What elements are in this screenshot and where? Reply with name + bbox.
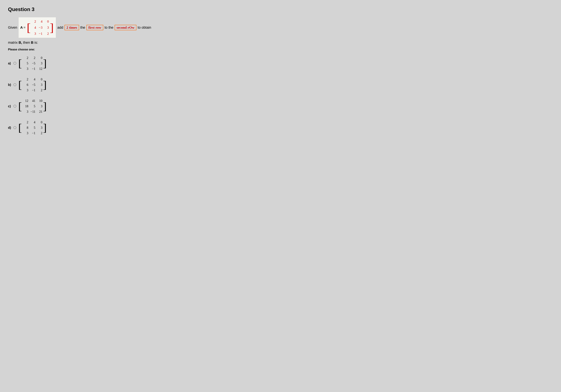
cell-1-2: 3: [44, 25, 49, 30]
answer-option-a: a)[2205−533−112]: [8, 55, 553, 71]
table-row: −5: [32, 62, 36, 65]
to-obtain-label: to obtain: [138, 25, 151, 30]
table-row: 5: [34, 104, 36, 108]
matrix-B-text: matrix B, then B is:: [8, 41, 553, 45]
matrix-A-bracket-right: ]: [50, 22, 54, 33]
table-row: 5: [34, 126, 36, 130]
table-row: 2: [34, 56, 36, 60]
page-title: Question 3: [8, 6, 553, 12]
bracket-right-3: ]: [43, 122, 47, 133]
table-row: 8: [27, 126, 29, 130]
table-row: 2: [27, 120, 29, 124]
table-row: 4: [34, 77, 36, 81]
bracket-right-2: ]: [43, 101, 47, 112]
table-row: 2: [41, 131, 43, 135]
the-label: the: [80, 25, 85, 30]
answer-matrix-3: [2408533−12]: [18, 120, 47, 136]
table-row: 0: [41, 77, 43, 81]
is-word: is:: [34, 41, 38, 44]
B-label: B,: [19, 41, 22, 44]
table-row: 3: [41, 83, 43, 87]
table-row: −5: [32, 83, 36, 87]
matrix-A: [ 2 4 0 4 −3 3 3 −1 2 ]: [27, 19, 54, 36]
table-row: 3: [27, 131, 29, 135]
table-row: 41: [32, 99, 36, 103]
table-row: 3: [27, 67, 29, 71]
matrix-A-label: A: [20, 25, 23, 30]
matrix-grid-2: 12411018533−1121: [22, 98, 43, 114]
answer-label-1: b): [8, 83, 12, 87]
table-row: 2: [27, 77, 29, 81]
add-label: add: [57, 25, 63, 30]
table-row: 2: [27, 56, 29, 60]
table-row: 0: [41, 56, 43, 60]
table-row: −1: [32, 88, 36, 92]
answer-option-c: c)[12411018533−1121]: [8, 98, 553, 114]
B-label2: B: [31, 41, 33, 44]
second-row-highlight: second rOw: [115, 25, 136, 30]
table-row: 4: [34, 120, 36, 124]
table-row: 21: [39, 110, 43, 114]
table-row: 5: [27, 62, 29, 65]
bracket-right-1: ]: [43, 79, 47, 90]
to-the-label: to the: [105, 25, 113, 30]
bracket-left-2: [: [18, 101, 22, 112]
table-row: 0: [41, 120, 43, 124]
table-row: 6: [27, 83, 29, 87]
given-label: Given: [8, 25, 17, 30]
radio-btn-2[interactable]: [13, 105, 16, 108]
matrix-grid-3: 2408533−12: [22, 120, 43, 136]
bracket-right-0: ]: [43, 58, 47, 69]
cell-2-2: 2: [44, 32, 49, 36]
bracket-left-3: [: [18, 122, 22, 133]
table-row: 3: [41, 126, 43, 130]
answer-label-2: c): [8, 104, 12, 108]
times-highlight: 2 times: [65, 25, 79, 30]
answer-label-0: a): [8, 62, 12, 65]
radio-btn-0[interactable]: [13, 62, 16, 65]
answer-matrix-2: [12411018533−1121]: [18, 98, 47, 114]
equals-sign: =: [23, 25, 25, 30]
matrix-word: matrix: [8, 41, 18, 44]
cell-0-0: 2: [32, 19, 36, 23]
bracket-left-1: [: [18, 79, 22, 90]
table-row: 3: [41, 62, 43, 65]
cell-1-1: −3: [38, 25, 43, 30]
matrix-grid-1: 2406−533−12: [22, 76, 43, 93]
matrix-grid-0: 2205−533−112: [22, 55, 43, 71]
matrix-A-grid: 2 4 0 4 −3 3 3 −1 2: [31, 19, 50, 36]
table-row: 3: [27, 110, 29, 114]
options-container: a)[2205−533−112]b)[2406−533−12]c)[124110…: [8, 55, 553, 136]
question-line: Given A = [ 2 4 0 4 −3 3 3 −1 2 ] add 2 …: [8, 17, 553, 38]
answer-option-d: d)[2408533−12]: [8, 120, 553, 136]
cell-1-0: 4: [32, 25, 36, 30]
cell-0-2: 0: [44, 19, 49, 23]
answer-label-3: d): [8, 126, 12, 130]
table-row: 18: [25, 104, 29, 108]
cell-0-1: 4: [38, 19, 43, 23]
table-row: −1: [32, 67, 36, 71]
then-word: then: [23, 41, 30, 44]
answer-option-b: b)[2406−533−12]: [8, 76, 553, 93]
answer-matrix-0: [2205−533−112]: [18, 55, 47, 71]
table-row: −11: [30, 110, 36, 114]
matrix-A-wrapper: A = [ 2 4 0 4 −3 3 3 −1 2 ]: [18, 17, 56, 38]
table-row: 12: [39, 67, 43, 71]
table-row: 2: [41, 88, 43, 92]
matrix-A-bracket-left: [: [27, 22, 31, 33]
answer-matrix-1: [2406−533−12]: [18, 76, 47, 93]
table-row: 10: [39, 99, 43, 103]
table-row: −1: [32, 131, 36, 135]
cell-2-0: 3: [32, 32, 36, 36]
table-row: 3: [27, 88, 29, 92]
cell-2-1: −1: [38, 32, 43, 36]
radio-btn-3[interactable]: [13, 126, 16, 129]
bracket-left-0: [: [18, 58, 22, 69]
table-row: 12: [25, 99, 29, 103]
please-choose-label: Please choose one:: [8, 48, 553, 51]
radio-btn-1[interactable]: [13, 83, 16, 86]
first-row-highlight: first row: [86, 25, 103, 30]
table-row: 3: [41, 104, 43, 108]
